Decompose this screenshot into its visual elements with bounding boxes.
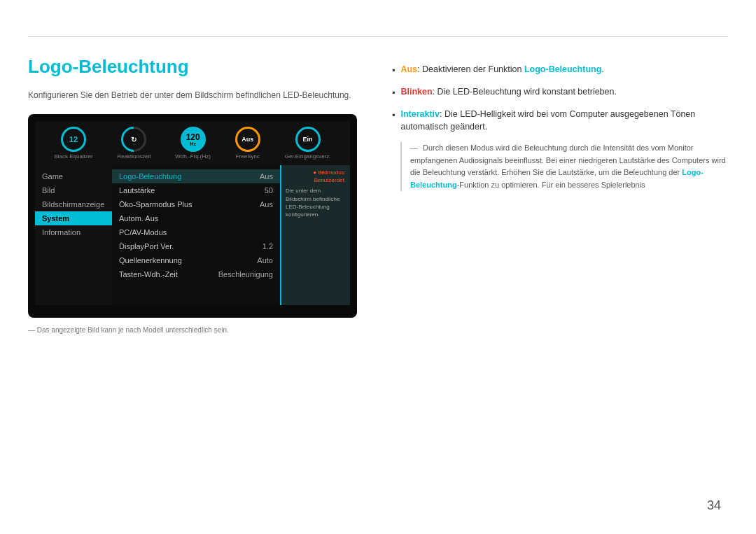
gauge-circle-5: Ein — [295, 127, 321, 152]
keyword-aus: Aus — [400, 64, 417, 74]
menu-right-oeko[interactable]: Öko-Sparmodus Plus Aus — [112, 197, 280, 211]
gauge-reaktionszeit: ↻ Reaktionszeit — [117, 127, 150, 160]
gauge-freesync: Aus FreeSync — [235, 127, 260, 160]
left-column: Logo-Beleuchtung Konfigurieren Sie den B… — [28, 56, 364, 492]
page-title: Logo-Beleuchtung — [28, 56, 364, 78]
bullet-interaktiv: Interaktiv: Die LED-Helligkeit wird bei … — [392, 108, 728, 134]
monitor-top-bar: 12 Black Equalizer ↻ Reaktionszeit 120 H… — [35, 121, 350, 165]
tooltip-header: ● Bildmodus: Benutzerdef. — [286, 169, 346, 184]
gauge-circle-1: 12 — [61, 127, 86, 152]
indent-paragraph: — Durch diesen Modus wird die Beleuchtun… — [400, 142, 728, 191]
keyword-logo-2: Logo-Beleuchtung — [410, 168, 704, 189]
menu-right-quellenerkennung[interactable]: Quellenerkennung Auto — [112, 253, 280, 267]
menu-item-bild[interactable]: Bild — [35, 183, 112, 197]
page-number: 34 — [707, 498, 721, 513]
menu-right-logo-beleuchtung[interactable]: Logo-Beleuchtung Aus — [112, 169, 280, 183]
main-content: Logo-Beleuchtung Konfigurieren Sie den B… — [28, 56, 728, 492]
monitor-menu-left: Game Bild Bildschirmanzeige System Infor… — [35, 165, 112, 305]
bullet-blinken: Blinken: Die LED-Beleuchtung wird konsta… — [392, 85, 728, 99]
menu-right-tasten[interactable]: Tasten-Wdh.-Zeit Beschleunigung — [112, 267, 280, 281]
keyword-logo-1: Logo-Beleuchtung — [524, 64, 601, 74]
tooltip-text: Die unter dem Bildschirm befindliche LED… — [286, 187, 346, 218]
monitor-menu-right: Logo-Beleuchtung Aus Lautstärke 50 Öko-S… — [112, 165, 280, 305]
gauge-hz: 120 Hz Wdh.-Frq.(Hz) — [175, 127, 211, 160]
monitor-mockup: 12 Black Equalizer ↻ Reaktionszeit 120 H… — [28, 114, 357, 318]
bullet-aus: Aus: Deaktivieren der Funktion Logo-Bele… — [392, 63, 728, 77]
keyword-interaktiv: Interaktiv — [400, 109, 440, 119]
monitor-tooltip: ● Bildmodus: Benutzerdef. Die unter dem … — [280, 165, 350, 305]
gauge-black-equalizer: 12 Black Equalizer — [54, 127, 92, 160]
bullet-list: Aus: Deaktivieren der Funktion Logo-Bele… — [392, 63, 728, 134]
right-column: Aus: Deaktivieren der Funktion Logo-Bele… — [392, 56, 728, 492]
menu-right-autom[interactable]: Autom. Aus — [112, 211, 280, 225]
menu-right-displayport[interactable]: DisplayPort Ver. 1.2 — [112, 239, 280, 253]
menu-item-bildschirmanzeige[interactable]: Bildschirmanzeige — [35, 197, 112, 211]
footnote: — Das angezeigte Bild kann je nach Model… — [28, 326, 364, 334]
keyword-blinken: Blinken — [400, 87, 432, 97]
menu-item-information[interactable]: Information — [35, 225, 112, 239]
monitor-bottom-bar — [35, 305, 350, 311]
menu-item-system[interactable]: System — [35, 211, 112, 225]
gauge-ein: Ein Ger.Eingangsverz. — [285, 127, 331, 160]
monitor-menu-area: Game Bild Bildschirmanzeige System Infor… — [35, 165, 350, 305]
gauge-circle-3: 120 Hz — [181, 127, 206, 152]
gauge-circle-2: ↻ — [116, 122, 152, 157]
top-divider — [28, 36, 728, 37]
menu-right-pcav[interactable]: PC/AV-Modus — [112, 225, 280, 239]
subtitle-text: Konfigurieren Sie den Betrieb der unter … — [28, 90, 364, 100]
gauge-circle-4: Aus — [235, 127, 260, 152]
indent-text: Durch diesen Modus wird die Beleuchtung … — [410, 143, 726, 189]
menu-item-game[interactable]: Game — [35, 169, 112, 183]
menu-right-lautstaerke[interactable]: Lautstärke 50 — [112, 183, 280, 197]
